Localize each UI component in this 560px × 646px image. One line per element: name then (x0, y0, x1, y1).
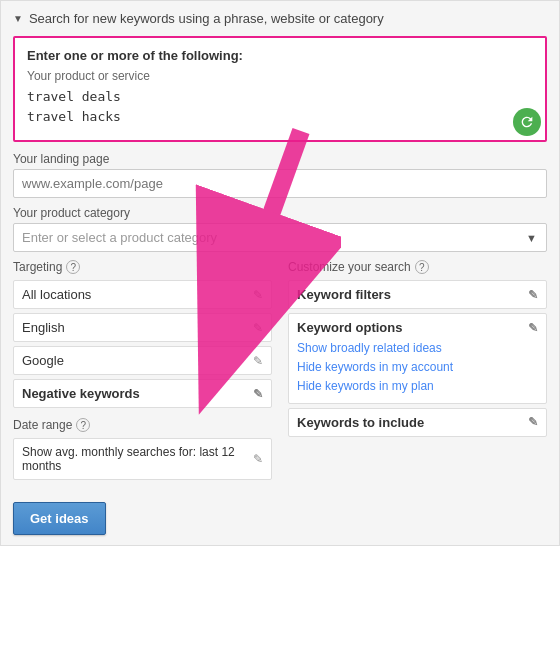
date-range-section: Date range ? Show avg. monthly searches … (13, 418, 272, 480)
category-select-wrapper: Enter or select a product category (13, 223, 547, 252)
date-range-title: Date range ? (13, 418, 272, 432)
date-range-box[interactable]: Show avg. monthly searches for: last 12 … (13, 438, 272, 480)
targeting-help-icon[interactable]: ? (66, 260, 80, 274)
targeting-negative-label: Negative keywords (22, 386, 140, 401)
hide-in-account-link[interactable]: Hide keywords in my account (297, 358, 538, 377)
targeting-language-edit-icon: ✎ (253, 321, 263, 335)
keywords-to-include-edit-icon: ✎ (528, 415, 538, 429)
targeting-column: Targeting ? All locations ✎ English ✎ Go… (13, 260, 272, 480)
keyword-filters-item: Keyword filters ✎ (288, 280, 547, 309)
targeting-item-negative[interactable]: Negative keywords ✎ (13, 379, 272, 408)
keywords-to-include-item: Keywords to include ✎ (288, 408, 547, 437)
section-toggle[interactable]: ▼ Search for new keywords using a phrase… (13, 11, 547, 26)
keyword-filters-label: Keyword filters (297, 287, 391, 302)
product-label: Your product or service (27, 69, 533, 83)
landing-page-group: Your landing page (13, 152, 547, 198)
footer-actions: Get ideas (13, 490, 547, 535)
product-category-group: Your product category Enter or select a … (13, 206, 547, 252)
keyword-options-label: Keyword options (297, 320, 402, 335)
show-broadly-related-link[interactable]: Show broadly related ideas (297, 339, 538, 358)
keywords-to-include-header[interactable]: Keywords to include ✎ (297, 415, 538, 430)
date-range-help-icon[interactable]: ? (76, 418, 90, 432)
targeting-item-language[interactable]: English ✎ (13, 313, 272, 342)
refresh-button[interactable] (513, 108, 541, 136)
keyword-filters-header[interactable]: Keyword filters ✎ (297, 287, 538, 302)
targeting-language-label: English (22, 320, 65, 335)
two-column-layout: Targeting ? All locations ✎ English ✎ Go… (13, 260, 547, 480)
date-range-edit-icon: ✎ (253, 452, 263, 466)
toggle-icon: ▼ (13, 13, 23, 24)
keyword-filters-edit-icon: ✎ (528, 288, 538, 302)
keyword-options-links: Show broadly related ideas Hide keywords… (297, 339, 538, 397)
product-box-title: Enter one or more of the following: (27, 48, 533, 63)
category-select[interactable]: Enter or select a product category (13, 223, 547, 252)
keyword-options-item: Keyword options ✎ Show broadly related i… (288, 313, 547, 404)
customize-column: Customize your search ? Keyword filters … (288, 260, 547, 480)
product-textarea-wrapper: travel deals travel hacks (27, 87, 533, 130)
targeting-title: Targeting ? (13, 260, 272, 274)
targeting-network-label: Google (22, 353, 64, 368)
keyword-options-edit-icon: ✎ (528, 321, 538, 335)
landing-page-label: Your landing page (13, 152, 547, 166)
refresh-icon (519, 114, 535, 130)
targeting-locations-label: All locations (22, 287, 91, 302)
customize-title: Customize your search ? (288, 260, 547, 274)
get-ideas-button[interactable]: Get ideas (13, 502, 106, 535)
hide-in-plan-link[interactable]: Hide keywords in my plan (297, 377, 538, 396)
section-title: Search for new keywords using a phrase, … (29, 11, 384, 26)
product-textarea[interactable]: travel deals travel hacks (27, 87, 533, 127)
date-range-value: Show avg. monthly searches for: last 12 … (22, 445, 253, 473)
customize-help-icon[interactable]: ? (415, 260, 429, 274)
targeting-negative-edit-icon: ✎ (253, 387, 263, 401)
targeting-network-edit-icon: ✎ (253, 354, 263, 368)
keyword-options-header[interactable]: Keyword options ✎ (297, 320, 538, 335)
targeting-item-locations[interactable]: All locations ✎ (13, 280, 272, 309)
targeting-item-network[interactable]: Google ✎ (13, 346, 272, 375)
product-service-box: Enter one or more of the following: Your… (13, 36, 547, 142)
product-category-label: Your product category (13, 206, 547, 220)
landing-page-input[interactable] (13, 169, 547, 198)
keywords-to-include-label: Keywords to include (297, 415, 424, 430)
targeting-locations-edit-icon: ✎ (253, 288, 263, 302)
